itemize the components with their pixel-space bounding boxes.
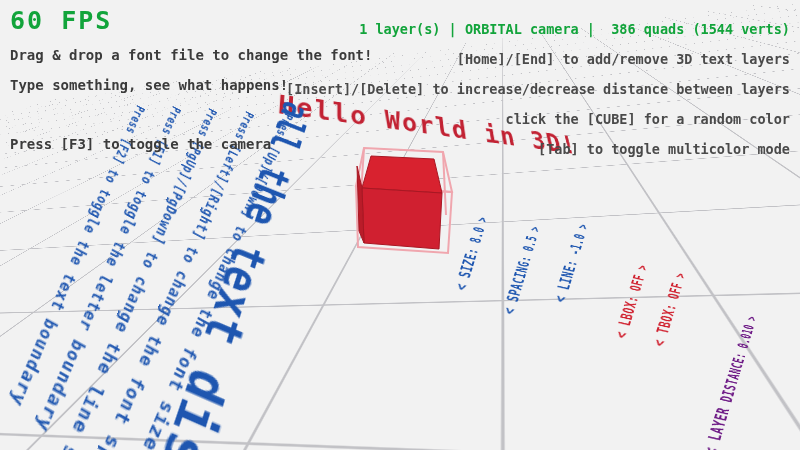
hud-layers-hint: [Home]/[End] to add/remove 3D text layer…	[286, 52, 790, 67]
hud-right-panel: 1 layer(s) | ORBITAL camera | 386 quads …	[286, 7, 790, 172]
hud-cube-hint: click the [CUBE] for a random color	[286, 112, 790, 127]
fps-counter: 60 FPS	[10, 6, 112, 35]
hud-layer-distance-hint: [Insert]/[Delete] to increase/decrease d…	[286, 82, 790, 97]
font-demo-viewport[interactable]: Hello World in 3D! all the text displaye…	[0, 0, 800, 450]
hud-multicolor-hint: [Tab] to toggle multicolor mode	[286, 142, 790, 157]
status-line: 1 layer(s) | ORBITAL camera | 386 quads …	[286, 22, 790, 37]
